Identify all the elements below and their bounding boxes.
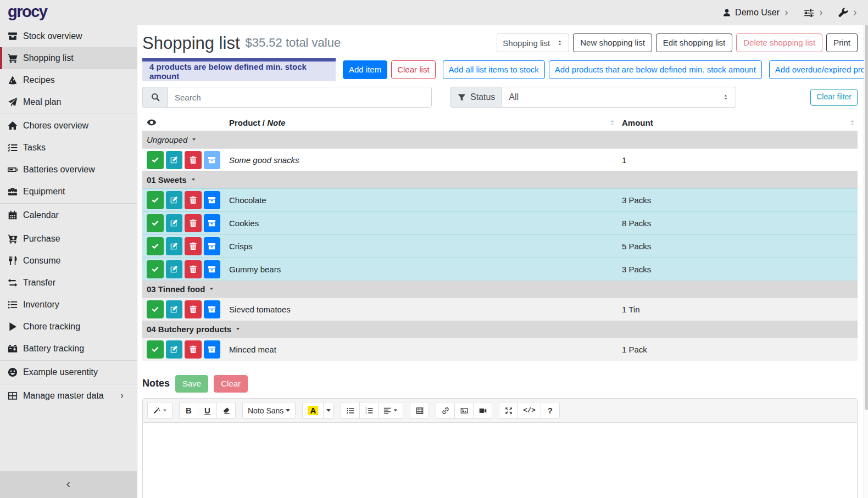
insert-link-button[interactable] <box>436 402 455 419</box>
notes-editor-textarea[interactable] <box>143 423 857 498</box>
sidebar-item-calendar[interactable]: Calendar <box>0 204 137 226</box>
font-color-dropdown[interactable] <box>323 402 334 419</box>
group-row[interactable]: 03 Tinned food <box>142 281 858 298</box>
sidebar-item-example-userentity[interactable]: Example userentity <box>0 361 137 383</box>
eraser-clear-style-button[interactable] <box>216 402 236 419</box>
sidebar-item-meal-plan[interactable]: Meal plan <box>0 91 137 113</box>
table-row: Chocolate 3 Packs <box>142 188 858 211</box>
add-to-stock-button[interactable] <box>204 260 221 278</box>
status-filter-select[interactable]: All <box>502 87 736 108</box>
paragraph-align-button[interactable] <box>378 402 403 419</box>
user-menu[interactable]: Demo User <box>722 8 789 18</box>
clear-filter-button[interactable]: Clear filter <box>810 89 858 106</box>
amount-column-header[interactable]: Amount <box>617 114 858 131</box>
magic-wand-style-button[interactable] <box>147 402 173 419</box>
help-button[interactable]: ? <box>541 402 560 419</box>
new-shopping-list-button[interactable]: New shopping list <box>573 33 652 53</box>
delete-shopping-list-button[interactable]: Delete shopping list <box>736 33 822 53</box>
underline-button[interactable]: U <box>198 402 217 419</box>
sidebar-item-recipes[interactable]: Recipes <box>0 69 137 91</box>
caret-down-icon <box>163 410 166 412</box>
search-input[interactable] <box>168 87 432 108</box>
product-column-header[interactable]: Product / Note <box>225 114 617 131</box>
unordered-list-button[interactable] <box>341 402 360 419</box>
sidebar-item-batteries-overview[interactable]: Batteries overview <box>0 159 137 181</box>
sidebar-item-shopping-list[interactable]: Shopping list <box>0 47 137 69</box>
edit-item-button[interactable] <box>166 214 183 232</box>
shopping-list-select-value: Shopping list <box>503 38 550 48</box>
add-to-stock-button[interactable] <box>204 191 221 209</box>
fullscreen-button[interactable] <box>499 402 518 419</box>
admin-menu[interactable] <box>838 8 858 18</box>
code-view-button[interactable]: </> <box>518 402 541 419</box>
edit-item-button[interactable] <box>166 191 183 209</box>
print-button[interactable]: Print <box>826 33 858 53</box>
add-to-stock-button[interactable] <box>204 237 221 255</box>
ordered-list-button[interactable] <box>359 402 379 419</box>
add-all-to-stock-button[interactable]: Add all list items to stock <box>443 60 545 80</box>
delete-item-button[interactable] <box>185 340 202 359</box>
mark-done-button[interactable] <box>147 340 164 359</box>
sidebar-item-transfer[interactable]: Transfer <box>0 272 137 294</box>
edit-item-button[interactable] <box>166 300 183 318</box>
sidebar-item-manage-master-data[interactable]: Manage master data <box>0 385 137 407</box>
mark-done-button[interactable] <box>147 260 164 278</box>
edit-shopping-list-button[interactable]: Edit shopping list <box>656 33 732 53</box>
product-name: Crisps <box>225 234 617 258</box>
edit-item-button[interactable] <box>166 340 183 359</box>
caret-down-icon <box>235 326 241 332</box>
notes-clear-button[interactable]: Clear <box>214 375 248 393</box>
add-to-stock-button[interactable] <box>204 300 221 318</box>
insert-table-button[interactable] <box>410 402 429 419</box>
clear-list-button[interactable]: Clear list <box>391 60 435 80</box>
delete-item-button[interactable] <box>185 214 202 232</box>
delete-item-button[interactable] <box>185 237 202 255</box>
bold-button[interactable]: B <box>179 402 198 419</box>
add-to-stock-button[interactable] <box>204 151 221 169</box>
group-row[interactable]: Ungrouped <box>142 131 858 148</box>
shopping-list-select[interactable]: Shopping list <box>497 33 569 52</box>
edit-item-button[interactable] <box>166 151 183 169</box>
delete-item-button[interactable] <box>185 300 202 318</box>
group-row[interactable]: 04 Butchery products <box>142 321 858 338</box>
sidebar-collapse-button[interactable] <box>0 471 137 498</box>
sidebar-item-purchase[interactable]: Purchase <box>0 228 137 250</box>
mark-done-button[interactable] <box>147 237 164 255</box>
delete-item-button[interactable] <box>185 151 202 169</box>
delete-item-button[interactable] <box>185 191 202 209</box>
sidebar-item-battery-tracking[interactable]: Battery tracking <box>0 338 137 360</box>
mark-done-button[interactable] <box>147 151 164 169</box>
mark-done-button[interactable] <box>147 191 164 209</box>
add-to-stock-button[interactable] <box>204 340 221 359</box>
sidebar-item-chores-overview[interactable]: Chores overview <box>0 115 137 137</box>
add-to-stock-button[interactable] <box>204 214 221 232</box>
scrollbar-thumb[interactable] <box>865 25 868 410</box>
sidebar-item-tasks[interactable]: Tasks <box>0 137 137 159</box>
grocy-logo: grocy <box>8 4 47 20</box>
edit-item-button[interactable] <box>166 237 183 255</box>
add-overdue-button[interactable]: Add overdue/expired products <box>769 60 868 80</box>
mark-done-button[interactable] <box>147 300 164 318</box>
delete-item-button[interactable] <box>185 260 202 278</box>
sidebar-item-consume[interactable]: Consume <box>0 250 137 272</box>
settings-menu[interactable] <box>804 8 824 18</box>
sidebar-item-equipment[interactable]: Equipment <box>0 181 137 203</box>
table-row: Sieved tomatoes 1 Tin <box>142 298 858 321</box>
smile-icon <box>8 367 18 377</box>
group-row[interactable]: 01 Sweets <box>142 171 858 188</box>
sidebar-divider <box>0 360 137 361</box>
insert-video-button[interactable] <box>473 402 492 419</box>
font-family-dropdown[interactable]: Noto Sans <box>242 402 296 419</box>
insert-image-button[interactable] <box>454 402 474 419</box>
sidebar-item-label: Manage master data <box>23 391 104 401</box>
edit-item-button[interactable] <box>166 260 183 278</box>
sidebar-item-inventory[interactable]: Inventory <box>0 294 137 316</box>
font-color-button[interactable]: A <box>302 402 324 419</box>
add-item-button[interactable]: Add item <box>343 60 387 80</box>
sidebar-item-stock-overview[interactable]: Stock overview <box>0 25 137 47</box>
notes-save-button[interactable]: Save <box>175 375 208 393</box>
mark-done-button[interactable] <box>147 214 164 232</box>
caret-down-icon <box>191 177 196 182</box>
sidebar-item-chore-tracking[interactable]: Chore tracking <box>0 316 137 338</box>
add-below-min-stock-button[interactable]: Add products that are below defined min.… <box>549 60 762 80</box>
